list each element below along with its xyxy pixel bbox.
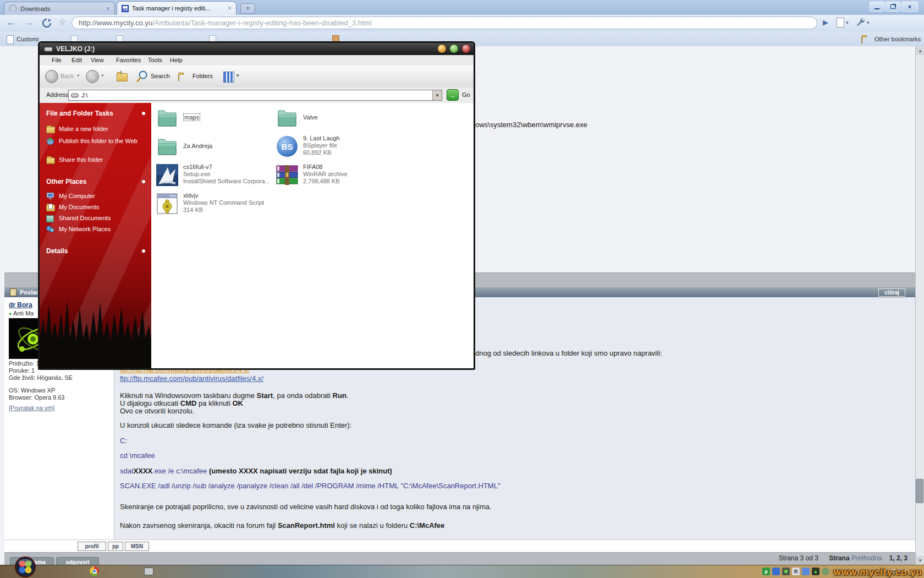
explorer-close-button[interactable] <box>461 44 471 53</box>
explorer-menubar: File Edit View Favorites Tools Help <box>40 55 474 66</box>
bsplayer-tray-icon[interactable]: B <box>792 568 800 575</box>
address-combo[interactable]: J:\ ▾ <box>68 90 442 101</box>
quote-button[interactable]: citiraj <box>878 288 905 297</box>
tab-task-manager[interactable]: MC Task manager i registy editi... × <box>117 1 237 15</box>
share-folder-icon <box>46 156 55 163</box>
menu-tools[interactable]: Tools <box>148 57 162 63</box>
place-my-documents[interactable]: My Documents <box>46 203 145 211</box>
tray-icon[interactable] <box>782 568 790 575</box>
tab-downloads[interactable]: Downloads × <box>4 2 115 15</box>
new-tab-button[interactable]: + <box>240 3 255 14</box>
file-tile-last-laugh[interactable]: BS 9. Last Laugh BSplayer file 60,892 KB <box>276 135 394 158</box>
utorrent-tray-icon[interactable]: µ <box>762 568 770 575</box>
back-button-icon[interactable]: ← <box>45 70 58 83</box>
task-make-new-folder[interactable]: Make a new folder <box>46 125 145 133</box>
menu-favorites[interactable]: Favorites <box>116 57 141 63</box>
file-tile-fifa08[interactable]: FIFA08 WinRAR archive 2,798,488 KB <box>276 163 394 187</box>
file-tile-cs16full[interactable]: cs16full-v7 Setup.exe InstallShield Soft… <box>156 163 274 187</box>
go-icon[interactable]: ▶ <box>823 18 828 26</box>
scrollbar-thumb[interactable] <box>916 479 923 503</box>
back-button-label[interactable]: Back <box>61 73 74 79</box>
author-name-link[interactable]: dr Bora <box>9 301 32 309</box>
forward-dropdown-icon[interactable]: ▾ <box>101 73 104 78</box>
menu-help[interactable]: Help <box>170 57 183 63</box>
explorer-minimize-button[interactable] <box>437 44 447 53</box>
author-browser: Browser: Opera 9.63 <box>9 394 65 401</box>
update-tray-icon[interactable]: ▲ <box>812 568 820 575</box>
start-button[interactable] <box>13 556 37 578</box>
place-my-computer[interactable]: My Computer <box>46 192 145 200</box>
folder-icon <box>156 106 179 129</box>
explorer-maximize-button[interactable] <box>449 44 459 53</box>
forward-icon[interactable]: → <box>24 17 34 28</box>
msn-button[interactable]: MSN <box>125 542 149 551</box>
search-icon[interactable] <box>136 70 148 83</box>
place-shared-documents[interactable]: Shared Documents <box>46 214 145 222</box>
my-documents-icon <box>46 203 55 211</box>
tray-icon[interactable] <box>822 568 829 575</box>
other-bookmarks-folder-icon <box>861 36 862 44</box>
up-folder-icon[interactable]: ↑ <box>117 70 128 83</box>
tray-icon[interactable] <box>802 568 810 575</box>
page-number-links[interactable]: 1, 2, 3 <box>889 554 908 562</box>
explorer-titlebar[interactable]: VELJKO (J:) <box>40 43 474 55</box>
caret-icon: ▾ <box>867 20 870 25</box>
window-close-button[interactable]: × <box>901 2 918 12</box>
tab-close-icon[interactable]: × <box>106 6 110 12</box>
profile-button[interactable]: profil <box>78 542 106 551</box>
other-bookmarks-button[interactable]: Other bookmarks <box>875 36 921 42</box>
file-tile-maps[interactable]: maps <box>156 106 274 129</box>
back-icon[interactable]: ← <box>7 17 16 28</box>
window-minimize-button[interactable] <box>870 2 884 12</box>
task-share-folder[interactable]: Share this folder <box>46 156 145 163</box>
instruction-line: Nakon zavrsenog skeniranja, okaciti na f… <box>120 521 444 530</box>
section-dot-icon[interactable] <box>142 249 145 253</box>
network-tray-icon[interactable] <box>772 568 780 575</box>
folders-icon[interactable] <box>178 74 179 81</box>
chrome-quicklaunch-icon[interactable] <box>90 566 99 576</box>
tab-close-icon[interactable]: × <box>228 6 232 11</box>
back-to-top-link[interactable]: [Povratak na vrh] <box>9 405 54 411</box>
window-title: VELJKO (J:) <box>56 45 95 53</box>
bookmark-star-icon[interactable]: ☆ <box>58 17 66 27</box>
bookmark-item[interactable]: Customi <box>16 36 38 42</box>
wrench-menu-button[interactable]: ▾ <box>856 18 870 27</box>
page-menu-button[interactable]: ▾ <box>837 18 849 28</box>
my-computer-icon <box>46 192 55 200</box>
quicklaunch-icon[interactable] <box>144 568 153 575</box>
screen: Downloads × MC Task manager i registy ed… <box>0 0 924 578</box>
views-icon[interactable] <box>223 72 234 83</box>
go-button-label[interactable]: Go <box>462 91 470 98</box>
file-tile-valve[interactable]: Valve <box>276 106 394 129</box>
scroll-down-arrow[interactable]: ▾ <box>916 556 924 565</box>
explorer-window[interactable]: VELJKO (J:) File Edit View Favorites Too… <box>38 41 475 370</box>
go-button-icon[interactable]: → <box>447 89 459 101</box>
bookmark-page-icon[interactable] <box>7 35 14 44</box>
window-restore-button[interactable] <box>886 2 900 12</box>
reload-icon[interactable] <box>42 18 52 28</box>
menu-edit[interactable]: Edit <box>72 57 82 63</box>
address-dropdown-icon[interactable]: ▾ <box>432 90 442 100</box>
task-publish-folder[interactable]: Publish this folder to the Web <box>46 137 145 145</box>
pm-button[interactable]: pp <box>108 542 123 551</box>
folders-button-label[interactable]: Folders <box>193 73 213 79</box>
menu-file[interactable]: File <box>52 57 62 63</box>
ftp-link-mcafee[interactable]: ftp://ftp.mcafee.com/pub/antivirus/datfi… <box>120 374 263 383</box>
previous-page-link[interactable]: Prethodna <box>851 554 882 562</box>
section-dot-icon[interactable] <box>142 112 145 115</box>
section-dot-icon[interactable] <box>142 180 145 183</box>
forward-button-icon[interactable]: → <box>86 70 99 83</box>
author-location: Gde živiš: Höganäs, SE <box>9 374 73 381</box>
shared-documents-icon <box>46 214 55 222</box>
file-tile-za-andreja[interactable]: Za Andreja <box>156 135 274 158</box>
explorer-addressbar: Address J:\ ▾ → Go <box>40 88 474 103</box>
author-joined: Pridružio: 1 <box>9 360 40 367</box>
scroll-up-arrow[interactable]: ▴ <box>916 46 924 55</box>
back-dropdown-icon[interactable]: ▾ <box>77 73 80 78</box>
search-button-label[interactable]: Search <box>151 73 170 79</box>
address-bar[interactable]: http://www.mycity.co.yu /Ambulanta/Task-… <box>72 17 817 29</box>
views-dropdown-icon[interactable]: ▾ <box>237 73 239 78</box>
place-my-network[interactable]: My Network Places <box>46 225 145 233</box>
menu-view[interactable]: View <box>91 57 104 63</box>
file-tile-xldvjv[interactable]: xldvjv Windows NT Command Script 314 KB <box>156 192 274 215</box>
